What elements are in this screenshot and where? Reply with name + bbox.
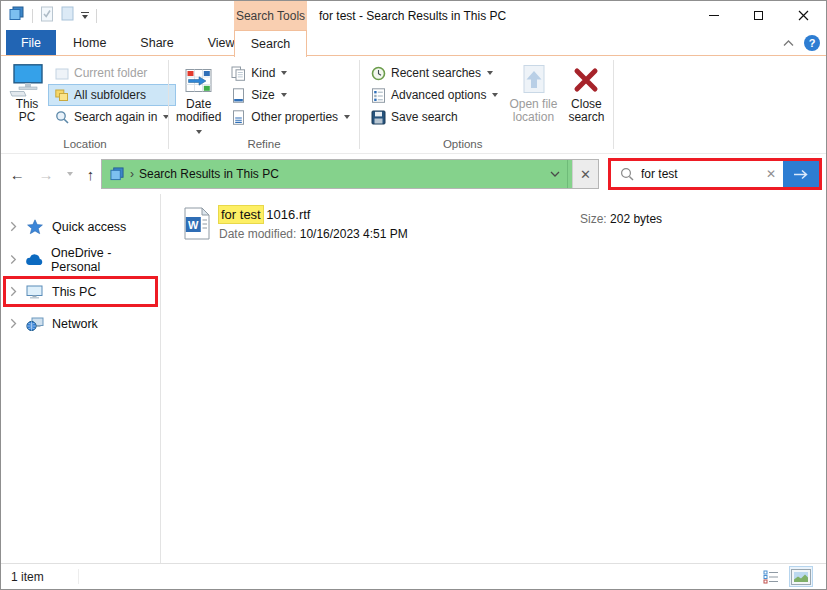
maximize-icon	[754, 11, 763, 20]
address-bar[interactable]: › Search Results in This PC ✕	[101, 159, 599, 189]
back-icon[interactable]: ←	[10, 166, 25, 183]
search-box: ✕	[608, 158, 822, 190]
content-area: Quick access OneDrive - Personal This PC	[1, 194, 826, 563]
open-location-icon	[516, 62, 550, 98]
search-input[interactable]	[641, 167, 759, 181]
size-button[interactable]: Size	[224, 84, 357, 106]
dropdown-caret-icon	[196, 130, 202, 134]
kind-button[interactable]: Kind	[224, 62, 357, 84]
tab-share[interactable]: Share	[123, 30, 190, 55]
group-label-refine: Refine	[173, 137, 355, 153]
up-icon[interactable]: ↑	[87, 166, 95, 183]
chevron-right-icon	[10, 254, 17, 265]
details-view-button[interactable]	[759, 566, 783, 587]
tab-file[interactable]: File	[6, 30, 56, 55]
computer-icon	[9, 62, 45, 98]
help-icon[interactable]: ?	[804, 35, 820, 51]
close-button[interactable]	[781, 1, 826, 30]
current-folder-button[interactable]: Current folder	[48, 62, 176, 84]
dropdown-caret-icon	[344, 115, 350, 119]
address-progress[interactable]: › Search Results in This PC	[102, 160, 572, 188]
file-date-modified: Date modified: 10/16/2023 4:51 PM	[219, 227, 408, 241]
calendar-icon	[185, 62, 212, 98]
dropdown-caret-icon	[492, 93, 498, 97]
dropdown-caret-icon	[281, 71, 287, 75]
search-again-in-button[interactable]: Search again in	[48, 106, 176, 128]
customize-toolbar-icon[interactable]	[81, 12, 89, 20]
file-size: Size: 202 bytes	[580, 212, 662, 226]
options-column: Recent searches Advanced options Save se…	[364, 59, 505, 128]
search-go-button[interactable]	[783, 161, 819, 187]
search-icon	[620, 167, 634, 181]
ribbon-separator	[359, 60, 360, 149]
ribbon-group-location: This PC Current folder All subfolders Se…	[4, 58, 166, 153]
navigation-buttons: ← → ↑	[3, 166, 101, 183]
quick-access-toolbar	[1, 6, 97, 26]
file-result-item[interactable]: W for test 1016.rtf Date modified: 10/16…	[183, 207, 826, 244]
refine-options-column: Kind Size Other properties	[224, 59, 357, 128]
date-modified-button[interactable]: Date modified	[173, 59, 224, 137]
recent-searches-button[interactable]: Recent searches	[364, 62, 505, 84]
thumbnail-view-icon	[791, 569, 811, 585]
view-toggles	[759, 566, 813, 587]
go-arrow-icon	[793, 169, 809, 180]
subfolders-icon	[55, 89, 69, 102]
breadcrumb-separator: ›	[130, 167, 134, 181]
network-icon	[25, 317, 44, 331]
close-search-button[interactable]: Close search	[561, 59, 611, 153]
ribbon-group-refine: Date modified Kind Size O	[171, 58, 357, 153]
ribbon: This PC Current folder All subfolders Se…	[1, 56, 826, 154]
red-x-icon	[571, 62, 601, 98]
ribbon-separator	[613, 60, 614, 149]
toolbar-separator	[32, 9, 33, 23]
results-pane: W for test 1016.rtf Date modified: 10/16…	[161, 194, 826, 563]
open-file-location-button[interactable]: Open file location	[505, 59, 561, 124]
sidebar-item-network[interactable]: Network	[1, 307, 160, 340]
new-folder-icon[interactable]	[61, 6, 74, 25]
ribbon-controls: ?	[783, 30, 820, 56]
kind-icon	[231, 66, 246, 81]
chevron-right-icon	[10, 221, 17, 232]
date-modified-label: Date modified	[176, 97, 221, 124]
status-separator	[78, 569, 79, 584]
contextual-tab-header: Search Tools	[234, 1, 307, 30]
tab-search[interactable]: Search	[234, 30, 307, 57]
maximize-button[interactable]	[736, 1, 781, 30]
clear-search-icon[interactable]: ✕	[759, 167, 783, 181]
address-dropdown-icon[interactable]	[542, 160, 568, 188]
properties-icon[interactable]	[40, 6, 54, 26]
ribbon-separator	[168, 60, 169, 149]
save-search-button[interactable]: Save search	[364, 106, 505, 128]
cloud-icon	[25, 254, 43, 266]
recent-locations-icon[interactable]	[67, 172, 73, 176]
sidebar-item-quick-access[interactable]: Quick access	[1, 210, 160, 243]
file-name[interactable]: for test 1016.rtf	[219, 207, 408, 222]
collapse-ribbon-icon[interactable]	[783, 40, 794, 47]
star-icon	[25, 219, 44, 235]
breadcrumb-path[interactable]: Search Results in This PC	[139, 167, 279, 181]
this-pc-label: This PC	[9, 98, 45, 124]
minimize-button[interactable]	[691, 1, 736, 30]
location-folder-icon	[109, 167, 125, 181]
svg-text:W: W	[188, 219, 199, 231]
word-document-icon: W	[183, 207, 210, 244]
forward-icon[interactable]: →	[38, 166, 53, 183]
sidebar-item-onedrive[interactable]: OneDrive - Personal	[1, 243, 160, 276]
group-label-options: Options	[364, 137, 561, 153]
tab-home[interactable]: Home	[56, 30, 123, 55]
sidebar-item-this-pc[interactable]: This PC	[3, 276, 158, 307]
folder-icon	[55, 67, 69, 80]
stop-refresh-button[interactable]: ✕	[572, 160, 598, 188]
chevron-right-icon	[10, 318, 17, 329]
thumbnail-view-button[interactable]	[789, 566, 813, 587]
status-bar: 1 item	[1, 563, 826, 589]
other-properties-button[interactable]: Other properties	[224, 106, 357, 128]
save-icon	[371, 110, 386, 125]
this-pc-button[interactable]: This PC	[6, 59, 48, 124]
advanced-options-button[interactable]: Advanced options	[364, 84, 505, 106]
address-row: ← → ↑ › Search Results in This PC ✕ ✕	[1, 154, 826, 194]
explorer-window: Search Tools for test - Search Results i…	[0, 0, 827, 590]
dropdown-caret-icon	[281, 93, 287, 97]
all-subfolders-button[interactable]: All subfolders	[48, 84, 176, 106]
size-icon	[231, 88, 246, 103]
